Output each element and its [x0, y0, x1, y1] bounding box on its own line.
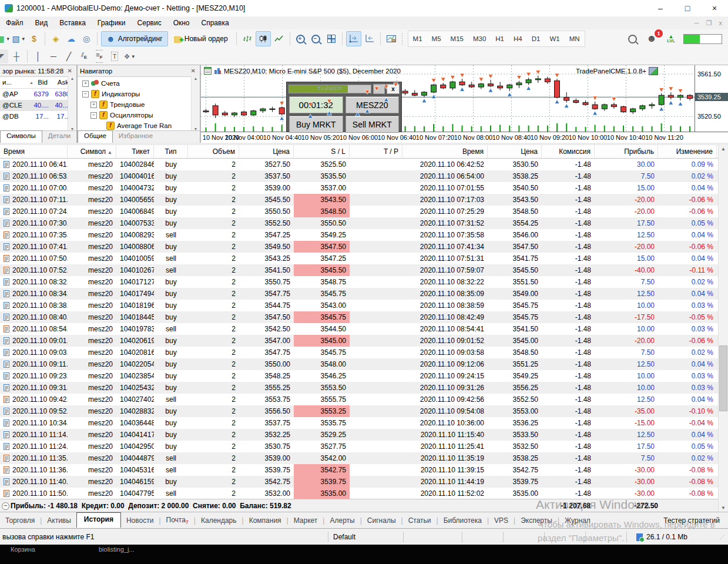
timeframe-M30[interactable]: M30	[468, 32, 491, 46]
column-header-11[interactable]: Прибыль	[595, 145, 658, 158]
toolbox-tab-Алерты[interactable]: Алерты	[324, 516, 360, 525]
history-row[interactable]: 2020.11.10 09:03...mesz20104020816buy235…	[0, 347, 728, 358]
zoom-out-button[interactable]: −	[309, 32, 323, 46]
new-order-button[interactable]: ▤✚ Новый ордер	[169, 32, 233, 46]
timeframe-W1[interactable]: W1	[545, 32, 564, 46]
history-row[interactable]: 2020.11.10 06:41...mesz20104002846buy235…	[0, 159, 728, 170]
menu-item-Вид[interactable]: Вид	[29, 16, 54, 29]
history-row[interactable]: 2020.11.10 11:14...mesz20104041417buy235…	[0, 429, 728, 441]
toolbox-tab-Почта[interactable]: Почта7	[161, 516, 194, 525]
symbol-button[interactable]: MESZ20	[345, 96, 400, 113]
column-header-6[interactable]: S / L	[294, 145, 350, 158]
close-icon[interactable]: ✕	[189, 68, 197, 74]
history-column-headers[interactable]: ВремяСимвол▲ТикетТипОбъемЦенаS / LT / PВ…	[0, 145, 728, 159]
cloud-button[interactable]: ☁	[64, 32, 78, 46]
column-header-5[interactable]: Цена	[239, 145, 294, 158]
bars-mode-button[interactable]	[240, 32, 254, 46]
menu-item-Сервис[interactable]: Сервис	[132, 16, 167, 29]
history-row[interactable]: 2020.11.10 11:50...mesz20104047795sell23…	[0, 488, 728, 499]
column-header-7[interactable]: T / P	[350, 145, 402, 158]
algo-trading-button[interactable]: ☻ Алготрейдинг	[101, 31, 168, 46]
toolbox-tab-Компания[interactable]: Компания	[244, 516, 287, 525]
tree-item-Индикаторы[interactable]: −fИндикаторы	[80, 89, 200, 99]
menu-item-Файл[interactable]: Файл	[0, 16, 29, 29]
navigator-scrollbar[interactable]: ▲▼	[191, 76, 200, 131]
close-button[interactable]: ×	[701, 0, 728, 16]
trendline-tool-button[interactable]: ╱	[62, 49, 76, 63]
history-row[interactable]: 2020.11.10 11:40...mesz20104046159buy235…	[0, 476, 728, 488]
timeframe-MN[interactable]: MN	[565, 32, 585, 46]
history-scrollbar[interactable]: ▲ ▼	[718, 145, 728, 512]
menu-item-Окно[interactable]: Окно	[167, 16, 196, 29]
history-row[interactable]: 2020.11.10 07:30...mesz20104007533buy235…	[0, 217, 728, 229]
sell-market-button[interactable]: Sell MRKT	[345, 116, 400, 133]
profiles-button[interactable]: ▧▼	[12, 32, 26, 46]
vertical-line-tool-button[interactable]: │	[31, 49, 45, 63]
market-watch-row[interactable]: @DB17...17...	[0, 111, 76, 122]
time-axis[interactable]: 10 Nov 202010 Nov 04:0010 Nov 04:4010 No…	[201, 132, 728, 143]
fibonacci-tool-button[interactable]: ≡F	[92, 49, 106, 63]
bid-column-header[interactable]: Bid	[33, 77, 49, 88]
mdi-restore-icon[interactable]: ❐	[706, 19, 712, 27]
toolbox-tab-Статьи[interactable]: Статьи	[403, 516, 437, 525]
close-icon[interactable]: ✕	[66, 68, 74, 74]
chart-window[interactable]: MESZ20,M10: Micro E-mini S&P 500 ($5), D…	[201, 65, 728, 143]
tree-item-Счета[interactable]: +Счета	[80, 78, 200, 89]
history-row[interactable]: 2020.11.10 07:00...mesz20104004732buy235…	[0, 182, 728, 194]
text-tool-button[interactable]: T	[108, 49, 122, 63]
history-row[interactable]: 2020.11.10 09:52...mesz20104028832buy235…	[0, 405, 728, 417]
menu-item-Справка[interactable]: Справка	[196, 16, 235, 29]
column-header-2[interactable]: Тикет	[116, 145, 154, 158]
toolbox-tab-История[interactable]: История	[76, 512, 121, 528]
search-button[interactable]	[625, 32, 639, 46]
mdi-close-icon[interactable]: x	[719, 19, 723, 27]
timeframe-H4[interactable]: H4	[509, 32, 527, 46]
maximize-button[interactable]: □	[674, 0, 701, 16]
timeframe-M15[interactable]: M15	[446, 32, 468, 46]
column-header-9[interactable]: Цена	[488, 145, 542, 158]
column-header-10[interactable]: Комиссия	[542, 145, 595, 158]
market-watch-scrollbar[interactable]: ▲▼	[68, 76, 76, 131]
history-row[interactable]: 2020.11.10 07:24...mesz20104006849buy235…	[0, 206, 728, 217]
history-row[interactable]: 2020.11.10 11:24...mesz20104042950buy235…	[0, 441, 728, 452]
expand-icon[interactable]: +	[90, 102, 97, 108]
crosshair-tool-button[interactable]: ┼	[9, 49, 24, 63]
toolbox-tab-VPS[interactable]: VPS	[489, 516, 514, 525]
history-row[interactable]: 2020.11.10 07:35...mesz20104008293sell23…	[0, 229, 728, 241]
collapse-icon[interactable]: −	[2, 502, 9, 510]
mdi-window-controls[interactable]: ─ ❐ x	[695, 19, 728, 27]
tile-windows-button[interactable]	[324, 32, 338, 46]
toolbox-tab-Календарь[interactable]: Календарь	[196, 516, 242, 525]
panel-close-button[interactable]: x	[387, 84, 400, 94]
community-button[interactable]: ☻ 1	[645, 32, 659, 46]
horizontal-line-tool-button[interactable]: ─	[46, 49, 61, 63]
chart-shift-button[interactable]	[363, 32, 377, 46]
menu-item-Графики[interactable]: Графики	[92, 16, 132, 29]
toolbox-tab-Библиотека[interactable]: Библиотека	[438, 516, 487, 525]
cursor-tool-button[interactable]: ◤	[0, 49, 8, 63]
strategy-tester-tab[interactable]: Тестер стратегий	[663, 516, 728, 525]
expand-icon[interactable]: +	[82, 80, 89, 87]
column-header-4[interactable]: Объем	[188, 145, 239, 158]
toolbox-tab-Новости[interactable]: Новости	[121, 516, 159, 525]
history-row[interactable]: 2020.11.10 08:38...mesz20104018196buy235…	[0, 300, 728, 311]
history-row[interactable]: 2020.11.10 09:31...mesz20104025432buy235…	[0, 382, 728, 394]
shapes-tool-button[interactable]: ✥▼	[123, 49, 137, 63]
tree-item-Трендовые[interactable]: +fТрендовые	[80, 99, 200, 110]
column-header-8[interactable]: Время	[402, 145, 488, 158]
history-row[interactable]: 2020.11.10 06:53...mesz20104004016buy235…	[0, 170, 728, 182]
column-header-1[interactable]: Символ▲	[68, 145, 116, 158]
collapse-icon[interactable]: −	[90, 112, 97, 119]
history-row[interactable]: 2020.11.10 07:11...mesz20104005659buy235…	[0, 194, 728, 206]
minimize-button[interactable]: –	[647, 0, 674, 16]
symbol-column-header[interactable]: и...	[0, 77, 29, 88]
market-watch-row[interactable]: @CLE40....40....	[0, 100, 76, 111]
mdi-minimize-icon[interactable]: ─	[695, 19, 699, 27]
scrollbar-thumb[interactable]	[719, 345, 727, 411]
history-row[interactable]: 2020.11.10 08:54...mesz20104019783sell23…	[0, 323, 728, 335]
toolbox-tab-Журнал[interactable]: Журнал	[559, 516, 596, 525]
tree-item-Average True Ran[interactable]: fAverage True Ran	[80, 120, 200, 131]
timeframe-M5[interactable]: M5	[427, 32, 446, 46]
timeframe-H1[interactable]: H1	[491, 32, 509, 46]
desktop-icon-label[interactable]: biolisting_j...	[99, 546, 135, 553]
